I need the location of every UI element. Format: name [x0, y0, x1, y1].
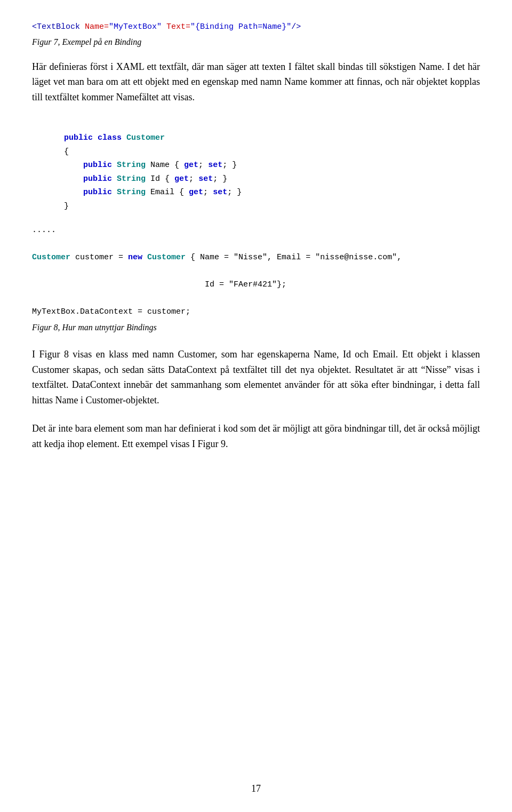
code-set2: set: [198, 174, 213, 184]
code-get3: get: [189, 188, 203, 197]
figure7-caption: Figur 7, Exempel på en Binding: [32, 36, 480, 49]
code-keyword-public2: public: [83, 161, 112, 170]
code-set1: set: [208, 161, 222, 170]
figure8-caption: Figur 8, Hur man utnyttjar Bindings: [32, 321, 480, 334]
page-number: 17: [251, 782, 261, 796]
code-type-string2: String: [117, 174, 146, 184]
code-block-1: public class Customer { public String Na…: [64, 118, 480, 213]
code-set3: set: [213, 188, 227, 197]
code-type-string1: String: [117, 161, 146, 170]
code-get1: get: [184, 161, 198, 170]
code-keyword-class: class: [98, 133, 122, 142]
paragraph1: Här definieras först i XAML ett textfält…: [32, 59, 480, 105]
paragraph3: Det är inte bara element som man har def…: [32, 421, 480, 452]
code-keyword-public3: public: [83, 174, 112, 184]
code-name-email: Email {: [150, 188, 189, 197]
code-type-string3: String: [117, 188, 146, 197]
code-name-id: Id {: [150, 174, 174, 184]
paragraph2: I Figur 8 visas en klass med namn Custom…: [32, 347, 480, 408]
code-classname-customer: Customer: [126, 133, 165, 142]
code-keyword-public: public: [64, 133, 93, 142]
code-block-2: ..... Customer customer = new Customer {…: [32, 224, 480, 319]
code-keyword-public4: public: [83, 188, 112, 197]
code-brace-open: {: [64, 147, 69, 156]
code-dots: .....: [32, 226, 56, 235]
code-brace-close: }: [64, 202, 69, 211]
xml-code-line: <TextBlock Name="MyTextBox" Text="{Bindi…: [32, 21, 480, 34]
code-name-name: Name {: [150, 161, 184, 170]
code-get2: get: [174, 174, 189, 184]
